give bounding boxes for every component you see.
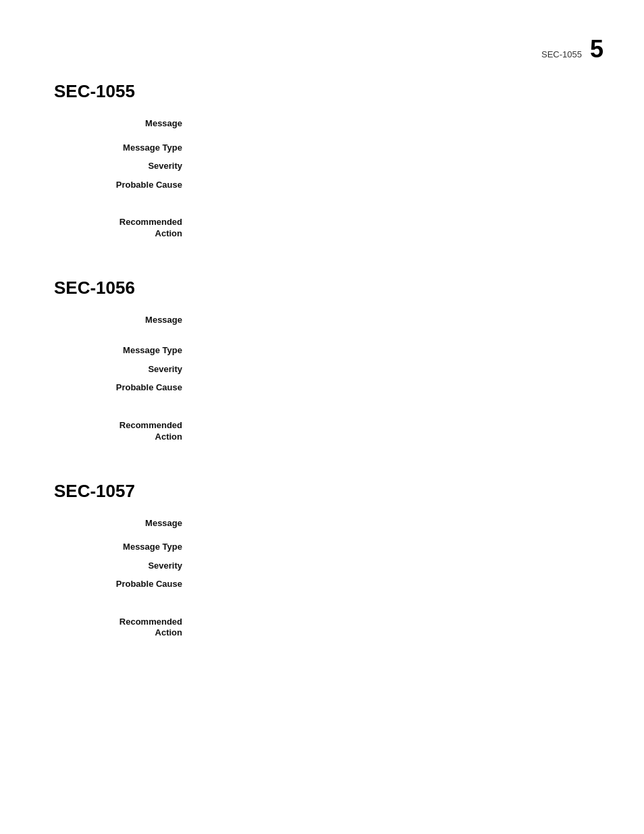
field-row-severity-1057: Severity: [54, 558, 603, 573]
section-title-1056: SEC-1056: [54, 278, 603, 298]
field-label-message-1055: Message: [54, 115, 196, 130]
field-label-severity-1056: Severity: [54, 361, 196, 376]
field-label-msgtype-1055: Message Type: [54, 140, 196, 155]
field-row-msgtype-1055: Message Type: [54, 140, 603, 155]
field-value-msgtype-1055: [196, 140, 603, 155]
field-value-severity-1055: [196, 158, 603, 173]
section-title-1055: SEC-1055: [54, 81, 603, 102]
field-value-recaction-1056: [196, 419, 603, 443]
field-label-recaction-1055: RecommendedAction: [54, 215, 196, 240]
section-body-1056: Message Message Type Severity Probable C…: [54, 312, 603, 447]
field-value-severity-1057: [196, 558, 603, 573]
field-label-severity-1057: Severity: [54, 558, 196, 573]
header-page-number: 5: [590, 37, 603, 61]
field-label-probcause-1056: Probable Cause: [54, 380, 196, 394]
field-value-recaction-1057: [196, 615, 603, 640]
section-body-1057: Message Message Type Severity Probable C…: [54, 515, 603, 644]
field-value-severity-1056: [196, 361, 603, 376]
field-row-probcause-1057: Probable Cause: [54, 576, 603, 591]
field-label-msgtype-1057: Message Type: [54, 539, 196, 554]
field-row-recaction-1057: RecommendedAction: [54, 615, 603, 640]
page-header: SEC-1055 5: [541, 37, 603, 61]
field-value-msgtype-1056: [196, 342, 603, 357]
field-row-probcause-1055: Probable Cause: [54, 177, 603, 192]
field-value-message-1057: [196, 515, 603, 530]
section-sec-1055: SEC-1055 Message Message Type Severity P…: [54, 81, 603, 244]
main-content: SEC-1055 Message Message Type Severity P…: [0, 0, 644, 717]
field-label-probcause-1057: Probable Cause: [54, 576, 196, 591]
field-label-recaction-1057: RecommendedAction: [54, 615, 196, 640]
field-row-msgtype-1056: Message Type: [54, 342, 603, 357]
field-row-recaction-1056: RecommendedAction: [54, 419, 603, 443]
section-sec-1057: SEC-1057 Message Message Type Severity P…: [54, 481, 603, 644]
field-value-probcause-1056: [196, 380, 603, 394]
field-label-probcause-1055: Probable Cause: [54, 177, 196, 192]
field-row-severity-1055: Severity: [54, 158, 603, 173]
field-row-severity-1056: Severity: [54, 361, 603, 376]
field-value-message-1056: [196, 312, 603, 327]
field-value-msgtype-1057: [196, 539, 603, 554]
field-value-recaction-1055: [196, 215, 603, 240]
field-label-message-1056: Message: [54, 312, 196, 327]
field-label-recaction-1056: RecommendedAction: [54, 419, 196, 443]
field-label-message-1057: Message: [54, 515, 196, 530]
field-label-msgtype-1056: Message Type: [54, 342, 196, 357]
field-row-message-1055: Message: [54, 115, 603, 130]
field-value-probcause-1055: [196, 177, 603, 192]
header-title: SEC-1055: [541, 49, 582, 59]
field-value-probcause-1057: [196, 576, 603, 591]
section-title-1057: SEC-1057: [54, 481, 603, 502]
field-row-message-1057: Message: [54, 515, 603, 530]
field-row-recaction-1055: RecommendedAction: [54, 215, 603, 240]
field-label-severity-1055: Severity: [54, 158, 196, 173]
field-row-message-1056: Message: [54, 312, 603, 327]
field-value-message-1055: [196, 115, 603, 130]
field-row-probcause-1056: Probable Cause: [54, 380, 603, 394]
field-row-msgtype-1057: Message Type: [54, 539, 603, 554]
section-sec-1056: SEC-1056 Message Message Type Severity P…: [54, 278, 603, 447]
section-body-1055: Message Message Type Severity Probable C…: [54, 115, 603, 244]
